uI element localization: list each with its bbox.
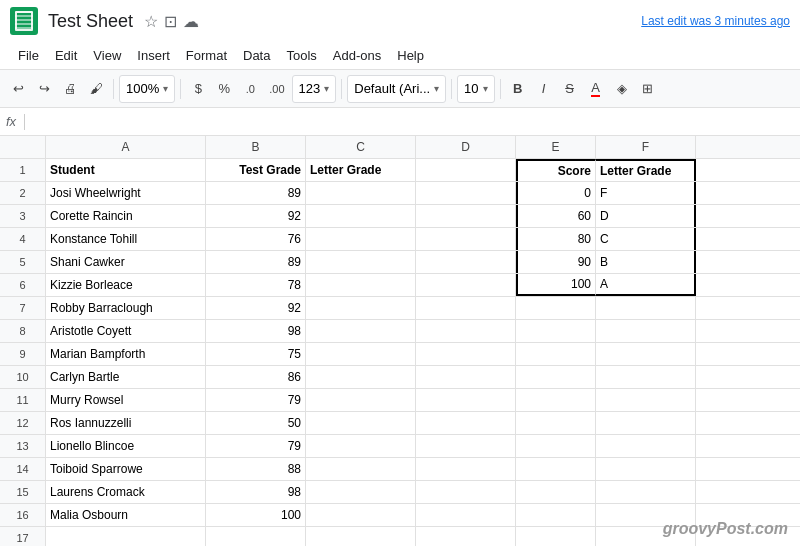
cell-f1[interactable]: Letter Grade <box>596 159 696 181</box>
cell-b8[interactable]: 98 <box>206 320 306 342</box>
cell-d17[interactable] <box>416 527 516 546</box>
cell-b3[interactable]: 92 <box>206 205 306 227</box>
cell-d2[interactable] <box>416 182 516 204</box>
underline-color-button[interactable]: A <box>584 75 608 103</box>
cell-e15[interactable] <box>516 481 596 503</box>
cell-a17[interactable] <box>46 527 206 546</box>
cell-a6[interactable]: Kizzie Borleace <box>46 274 206 296</box>
cell-a2[interactable]: Josi Wheelwright <box>46 182 206 204</box>
menu-edit[interactable]: Edit <box>47 46 85 65</box>
cell-f14[interactable] <box>596 458 696 480</box>
cell-e8[interactable] <box>516 320 596 342</box>
cell-a3[interactable]: Corette Raincin <box>46 205 206 227</box>
cell-a12[interactable]: Ros Iannuzzelli <box>46 412 206 434</box>
cell-e11[interactable] <box>516 389 596 411</box>
cell-c5[interactable] <box>306 251 416 273</box>
italic-button[interactable]: I <box>532 75 556 103</box>
currency-button[interactable]: $ <box>186 75 210 103</box>
cell-e3[interactable]: 60 <box>516 205 596 227</box>
cell-c2[interactable] <box>306 182 416 204</box>
paint-format-button[interactable]: 🖌 <box>84 75 108 103</box>
cell-b11[interactable]: 79 <box>206 389 306 411</box>
cell-d5[interactable] <box>416 251 516 273</box>
cell-f9[interactable] <box>596 343 696 365</box>
cell-b7[interactable]: 92 <box>206 297 306 319</box>
print-button[interactable]: 🖨 <box>58 75 82 103</box>
cell-b16[interactable]: 100 <box>206 504 306 526</box>
cell-d7[interactable] <box>416 297 516 319</box>
cell-b9[interactable]: 75 <box>206 343 306 365</box>
cell-c15[interactable] <box>306 481 416 503</box>
last-edit-label[interactable]: Last edit was 3 minutes ago <box>641 14 790 28</box>
cell-e17[interactable] <box>516 527 596 546</box>
borders-button[interactable]: ⊞ <box>636 75 660 103</box>
cell-b15[interactable]: 98 <box>206 481 306 503</box>
cell-a7[interactable]: Robby Barraclough <box>46 297 206 319</box>
cell-b2[interactable]: 89 <box>206 182 306 204</box>
decimal1-button[interactable]: .0 <box>238 75 262 103</box>
cell-c17[interactable] <box>306 527 416 546</box>
cell-d14[interactable] <box>416 458 516 480</box>
bold-button[interactable]: B <box>506 75 530 103</box>
cell-e14[interactable] <box>516 458 596 480</box>
cell-b14[interactable]: 88 <box>206 458 306 480</box>
cell-d10[interactable] <box>416 366 516 388</box>
redo-button[interactable]: ↪ <box>32 75 56 103</box>
cell-b10[interactable]: 86 <box>206 366 306 388</box>
cell-b5[interactable]: 89 <box>206 251 306 273</box>
cell-b1[interactable]: Test Grade <box>206 159 306 181</box>
cell-e7[interactable] <box>516 297 596 319</box>
cell-f2[interactable]: F <box>596 182 696 204</box>
cell-d16[interactable] <box>416 504 516 526</box>
cell-e16[interactable] <box>516 504 596 526</box>
menu-format[interactable]: Format <box>178 46 235 65</box>
cell-a11[interactable]: Murry Rowsel <box>46 389 206 411</box>
cell-e12[interactable] <box>516 412 596 434</box>
cell-c14[interactable] <box>306 458 416 480</box>
cell-b12[interactable]: 50 <box>206 412 306 434</box>
cell-a14[interactable]: Toiboid Sparrowe <box>46 458 206 480</box>
cell-d13[interactable] <box>416 435 516 457</box>
cloud-icon[interactable]: ☁ <box>183 12 199 31</box>
cell-e9[interactable] <box>516 343 596 365</box>
zoom-select[interactable]: 100% ▾ <box>119 75 175 103</box>
cell-c7[interactable] <box>306 297 416 319</box>
history-icon[interactable]: ⊡ <box>164 12 177 31</box>
cell-f15[interactable] <box>596 481 696 503</box>
menu-view[interactable]: View <box>85 46 129 65</box>
menu-addons[interactable]: Add-ons <box>325 46 389 65</box>
cell-c11[interactable] <box>306 389 416 411</box>
doc-title[interactable]: Test Sheet <box>48 11 133 32</box>
cell-a8[interactable]: Aristotle Coyett <box>46 320 206 342</box>
cell-c8[interactable] <box>306 320 416 342</box>
strikethrough-button[interactable]: S <box>558 75 582 103</box>
cell-a4[interactable]: Konstance Tohill <box>46 228 206 250</box>
cell-f10[interactable] <box>596 366 696 388</box>
cell-c4[interactable] <box>306 228 416 250</box>
cell-d4[interactable] <box>416 228 516 250</box>
cell-e6[interactable]: 100 <box>516 274 596 296</box>
cell-c10[interactable] <box>306 366 416 388</box>
percent-button[interactable]: % <box>212 75 236 103</box>
cell-a13[interactable]: Lionello Blincoe <box>46 435 206 457</box>
cell-d6[interactable] <box>416 274 516 296</box>
cell-a1[interactable]: Student <box>46 159 206 181</box>
cell-f16[interactable] <box>596 504 696 526</box>
col-header-b[interactable]: B <box>206 136 306 158</box>
cell-b4[interactable]: 76 <box>206 228 306 250</box>
cell-a16[interactable]: Malia Osbourn <box>46 504 206 526</box>
font-select[interactable]: Default (Ari... ▾ <box>347 75 446 103</box>
font-size-select[interactable]: 10 ▾ <box>457 75 494 103</box>
cell-c1[interactable]: Letter Grade <box>306 159 416 181</box>
cell-a5[interactable]: Shani Cawker <box>46 251 206 273</box>
cell-c13[interactable] <box>306 435 416 457</box>
formula-input[interactable] <box>33 114 794 129</box>
cell-b17[interactable] <box>206 527 306 546</box>
col-header-c[interactable]: C <box>306 136 416 158</box>
cell-f11[interactable] <box>596 389 696 411</box>
cell-c12[interactable] <box>306 412 416 434</box>
cell-d12[interactable] <box>416 412 516 434</box>
cell-a15[interactable]: Laurens Cromack <box>46 481 206 503</box>
star-icon[interactable]: ☆ <box>144 12 158 31</box>
cell-b6[interactable]: 78 <box>206 274 306 296</box>
